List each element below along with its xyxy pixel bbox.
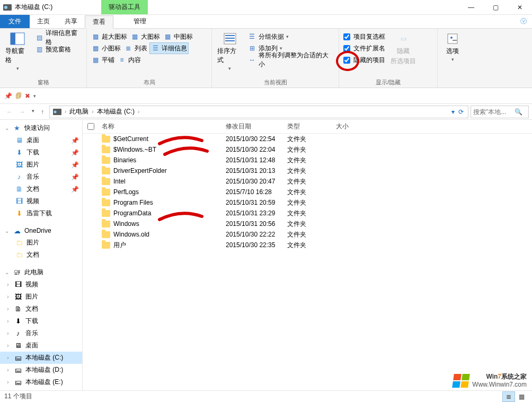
table-row[interactable]: Intel2015/10/30 20:47文件夹 bbox=[83, 176, 532, 187]
nav-videos[interactable]: 🎞视频 bbox=[0, 195, 82, 207]
hidden-items-toggle[interactable]: 隐藏的项目 bbox=[342, 54, 386, 66]
close-button[interactable]: ✕ bbox=[508, 0, 532, 15]
sort-by-button[interactable]: 排序方式 ▾ bbox=[215, 31, 245, 72]
nav-pc-desktop[interactable]: ›🖥桌面 bbox=[0, 339, 82, 352]
nav-pc-downloads[interactable]: ›⬇下载 bbox=[0, 315, 82, 327]
crumb-drive-c[interactable]: 本地磁盘 (C:) bbox=[96, 107, 136, 116]
pin-quick-access-button[interactable]: 📌 bbox=[4, 92, 12, 100]
document-icon: 🗎 bbox=[15, 185, 23, 194]
search-icon[interactable]: 🔍 bbox=[515, 108, 522, 116]
details-pane-button[interactable]: ▤ 详细信息窗格 bbox=[34, 32, 83, 43]
table-row[interactable]: DriverExpertFolder2015/10/31 20:13文件夹 bbox=[83, 165, 532, 176]
refresh-button[interactable]: ▾ ⟳ bbox=[451, 108, 464, 116]
column-header-modified[interactable]: 修改日期 bbox=[223, 122, 284, 131]
tab-view[interactable]: 查看 bbox=[85, 15, 113, 29]
nav-od-pictures[interactable]: 🗀图片 bbox=[0, 237, 82, 249]
nav-onedrive[interactable]: ⌄☁OneDrive bbox=[0, 225, 82, 237]
hide-selected-button[interactable]: ▭ 隐藏 所选项目 bbox=[388, 31, 418, 67]
grid-icon: ▦ bbox=[91, 44, 100, 53]
crumb-this-pc[interactable]: 此电脑 bbox=[68, 107, 90, 116]
nav-downloads[interactable]: ⬇下载📌 bbox=[0, 146, 82, 159]
table-row[interactable]: ProgramData2015/10/31 23:29文件夹 bbox=[83, 208, 532, 219]
table-row[interactable]: Binaries2015/10/31 12:48文件夹 bbox=[83, 155, 532, 165]
folder-icon bbox=[102, 168, 110, 174]
options-button[interactable]: 选项 ▾ bbox=[443, 31, 462, 63]
table-row[interactable]: 用户2015/10/30 22:35文件夹 bbox=[83, 240, 532, 250]
item-checkboxes-toggle[interactable]: 项目复选框 bbox=[342, 31, 386, 42]
column-header-name[interactable]: 名称 bbox=[99, 122, 223, 131]
collapse-ribbon-button[interactable]: ⓥ bbox=[515, 15, 532, 28]
hide-icon: ▭ bbox=[396, 32, 411, 46]
context-tab-drive-tools[interactable]: 驱动器工具 bbox=[101, 0, 148, 14]
column-header-size[interactable]: 大小 bbox=[333, 122, 380, 131]
nav-up-button[interactable]: ↑ bbox=[41, 108, 44, 116]
chevron-right-icon[interactable]: › bbox=[65, 109, 66, 115]
pin-icon: 📌 bbox=[71, 186, 79, 193]
tab-manage[interactable]: 管理 bbox=[124, 15, 156, 28]
table-row[interactable]: Windows2015/10/31 20:56文件夹 bbox=[83, 219, 532, 229]
tab-share[interactable]: 共享 bbox=[57, 15, 85, 28]
group-by-button[interactable]: ☰分组依据 ▾ bbox=[247, 31, 335, 42]
search-input[interactable] bbox=[473, 108, 512, 116]
view-large-icons[interactable]: ▦大图标 bbox=[129, 31, 161, 42]
nav-drive-d[interactable]: ›🖴本地磁盘 (D:) bbox=[0, 364, 82, 376]
view-mode-thumbnails-button[interactable]: ▦ bbox=[515, 391, 528, 402]
view-extra-large-icons[interactable]: ▦超大图标 bbox=[90, 31, 128, 42]
minimize-button[interactable]: — bbox=[459, 0, 483, 15]
list-icon: ≣ bbox=[124, 44, 132, 53]
file-list[interactable]: 名称 修改日期 类型 大小 $GetCurrent2015/10/30 22:5… bbox=[83, 120, 532, 390]
nav-documents[interactable]: 🗎文档📌 bbox=[0, 183, 82, 195]
preview-pane-button[interactable]: ▥ 预览窗格 bbox=[34, 43, 83, 55]
nav-pc-pictures[interactable]: ›🖼图片 bbox=[0, 291, 82, 303]
nav-quick-access[interactable]: ⌄★快速访问 bbox=[0, 122, 82, 134]
view-mode-details-button[interactable]: ≣ bbox=[502, 391, 515, 402]
view-details[interactable]: ☰详细信息 bbox=[149, 42, 189, 54]
view-content[interactable]: ≡内容 bbox=[117, 54, 142, 66]
maximize-button[interactable]: ▢ bbox=[483, 0, 508, 15]
nav-recent-button[interactable]: ▾ bbox=[32, 108, 34, 116]
nav-music[interactable]: ♪音乐📌 bbox=[0, 171, 82, 183]
nav-drive-f[interactable]: ›🖴本地磁盘 (F:) bbox=[0, 388, 82, 390]
nav-back-button[interactable]: ← bbox=[6, 108, 13, 116]
chevron-right-icon[interactable]: › bbox=[92, 109, 93, 115]
tab-home[interactable]: 主页 bbox=[30, 15, 57, 28]
qat-delete-button[interactable]: ✖ bbox=[25, 92, 30, 100]
table-row[interactable]: Windows.old2015/10/30 22:22文件夹 bbox=[83, 229, 532, 240]
table-row[interactable]: PerfLogs2015/7/10 16:28文件夹 bbox=[83, 187, 532, 197]
nav-desktop[interactable]: 🖥桌面📌 bbox=[0, 134, 82, 146]
breadcrumb[interactable]: › 此电脑 › 本地磁盘 (C:) › ▾ ⟳ bbox=[49, 106, 468, 118]
autosize-columns-button[interactable]: ↔将所有列调整为合适的大小 bbox=[247, 54, 335, 66]
navigation-pane-button[interactable]: 导航窗格 ▾ bbox=[3, 31, 32, 72]
view-list[interactable]: ≣列表 bbox=[123, 42, 148, 54]
select-all-checkbox[interactable] bbox=[87, 123, 94, 130]
chevron-right-icon[interactable]: › bbox=[138, 109, 139, 115]
nav-drive-c[interactable]: ›🖴本地磁盘 (C:) bbox=[0, 352, 82, 364]
file-type: 文件夹 bbox=[284, 198, 333, 207]
nav-pc-videos[interactable]: ›🎞视频 bbox=[0, 278, 82, 291]
nav-this-pc[interactable]: ⌄🖳此电脑 bbox=[0, 266, 82, 278]
table-row[interactable]: $GetCurrent2015/10/30 22:54文件夹 bbox=[83, 134, 532, 144]
view-medium-icons[interactable]: ▦中图标 bbox=[162, 31, 194, 42]
nav-drive-e[interactable]: ›🖴本地磁盘 (E:) bbox=[0, 376, 82, 388]
file-name: PerfLogs bbox=[113, 188, 139, 196]
nav-pc-documents[interactable]: ›🗎文档 bbox=[0, 303, 82, 315]
group-icon: ☰ bbox=[248, 32, 256, 41]
nav-od-documents[interactable]: 🗀文档 bbox=[0, 249, 82, 261]
nav-pc-music[interactable]: ›♪音乐 bbox=[0, 327, 82, 339]
nav-pictures[interactable]: 🖼图片📌 bbox=[0, 159, 82, 171]
file-extensions-toggle[interactable]: 文件扩展名 bbox=[342, 42, 386, 54]
qat-more-button[interactable]: ▾ bbox=[33, 93, 36, 99]
tab-file[interactable]: 文件 bbox=[0, 15, 30, 28]
table-row[interactable]: Program Files2015/10/31 20:59文件夹 bbox=[83, 197, 532, 208]
column-header-type[interactable]: 类型 bbox=[284, 122, 333, 131]
autosize-icon: ↔ bbox=[248, 56, 256, 64]
view-small-icons[interactable]: ▦小图标 bbox=[90, 42, 122, 54]
nav-xunlei[interactable]: ⬇迅雷下载 bbox=[0, 207, 82, 220]
navigation-tree[interactable]: ⌄★快速访问 🖥桌面📌 ⬇下载📌 🖼图片📌 ♪音乐📌 🗎文档📌 🎞视频 ⬇迅雷下… bbox=[0, 120, 83, 390]
document-icon: 🗎 bbox=[14, 305, 22, 313]
qat-copy-button[interactable]: 🗐 bbox=[15, 92, 22, 100]
view-tiles[interactable]: ▦平铺 bbox=[90, 54, 116, 66]
nav-forward-button[interactable]: → bbox=[19, 108, 25, 116]
ribbon-group-panes: 窗格 bbox=[3, 77, 83, 86]
table-row[interactable]: $Windows.~BT2015/10/30 22:04文件夹 bbox=[83, 144, 532, 155]
